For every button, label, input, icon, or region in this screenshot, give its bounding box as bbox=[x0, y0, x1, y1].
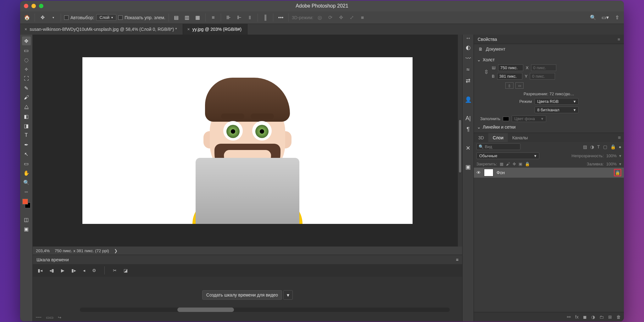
lock-pixel-icon[interactable]: ▦ bbox=[500, 162, 503, 166]
marquee-tool[interactable]: ▭ bbox=[22, 46, 31, 55]
align-right-icon[interactable]: ▦ bbox=[193, 13, 202, 22]
mute-icon[interactable]: ◂ bbox=[83, 268, 85, 273]
panel-menu-icon[interactable]: ≡ bbox=[618, 135, 621, 141]
filter-shape-icon[interactable]: ▢ bbox=[603, 144, 607, 149]
render-icon[interactable]: ↪ bbox=[58, 315, 61, 320]
fill-color-swatch[interactable] bbox=[503, 117, 509, 121]
zoom-tool[interactable]: 🔍 bbox=[22, 178, 31, 187]
search-icon[interactable]: 🔍 bbox=[589, 13, 597, 22]
move-tool[interactable]: ✥ bbox=[22, 36, 31, 45]
tab-channels[interactable]: Каналы bbox=[508, 133, 532, 142]
color-panel-icon[interactable]: ◐ bbox=[466, 44, 471, 51]
minimize-button[interactable] bbox=[31, 4, 36, 8]
eyedropper-tool[interactable]: ✎ bbox=[22, 84, 31, 92]
pen-tool[interactable]: ✒ bbox=[22, 140, 31, 149]
scissors-icon[interactable]: ✂ bbox=[113, 268, 117, 273]
portrait-button[interactable]: ▯ bbox=[505, 82, 514, 89]
show-transform-checkbox[interactable] bbox=[118, 15, 123, 20]
vertical-scrollbar[interactable] bbox=[458, 35, 462, 247]
adjustment-icon[interactable]: ◑ bbox=[591, 314, 595, 319]
color-mode-select[interactable]: Цвета RGB▾ bbox=[535, 98, 579, 105]
doc-info[interactable]: 750 пикс. x 381 пикс. (72 ppi) bbox=[55, 248, 109, 253]
frame-panel-icon[interactable]: ▣ bbox=[465, 164, 471, 170]
layer-filter-select[interactable]: 🔍 Вид bbox=[476, 143, 520, 150]
create-timeline-dropdown[interactable]: ▾ bbox=[283, 290, 293, 300]
zoom-level[interactable]: 203,4% bbox=[36, 248, 50, 253]
layer-lock-icon[interactable]: 🔒 bbox=[614, 169, 621, 176]
lasso-tool[interactable]: ◌ bbox=[22, 55, 31, 64]
stamp-tool[interactable]: ⧋ bbox=[22, 103, 31, 111]
color-swatches[interactable] bbox=[22, 199, 31, 208]
step-back-icon[interactable]: ◂▮ bbox=[49, 268, 54, 273]
filter-type-icon[interactable]: T bbox=[597, 144, 600, 149]
move-tool-icon[interactable]: ✥ bbox=[38, 13, 47, 22]
distribute-v-icon[interactable]: ⊪ bbox=[224, 13, 233, 22]
link-icon[interactable]: ⇳ bbox=[484, 69, 489, 75]
magic-wand-tool[interactable]: ✧ bbox=[22, 65, 31, 74]
screen-mode-tool[interactable]: ▣ bbox=[22, 225, 31, 233]
canvas-area[interactable] bbox=[33, 35, 462, 247]
settings-icon[interactable]: ⚙ bbox=[92, 268, 96, 273]
auto-select-target[interactable]: Слой▾ bbox=[96, 14, 117, 21]
screen-mode-icon[interactable]: ▭▾ bbox=[601, 13, 609, 22]
edit-toolbar[interactable]: ••• bbox=[22, 187, 31, 196]
home-icon[interactable]: 🏠 bbox=[23, 13, 31, 22]
chevron-down-icon[interactable]: ▾ bbox=[49, 13, 58, 22]
brush-tool[interactable]: 🖌 bbox=[22, 93, 31, 102]
loop-icon[interactable]: ▭▭ bbox=[46, 315, 53, 320]
maximize-button[interactable] bbox=[39, 4, 43, 8]
drag-handle[interactable]: ◂◂ bbox=[466, 36, 470, 40]
libraries-panel-icon[interactable]: 👤 bbox=[465, 96, 472, 103]
mask-icon[interactable]: ◼ bbox=[583, 314, 587, 319]
fill-select[interactable]: Цвет фона▾ bbox=[512, 115, 546, 122]
tab-3d[interactable]: 3D bbox=[474, 133, 488, 142]
filter-pixel-icon[interactable]: ▨ bbox=[583, 144, 587, 149]
char-panel-icon[interactable]: A| bbox=[465, 115, 471, 122]
type-tool[interactable]: T bbox=[22, 131, 31, 140]
close-button[interactable] bbox=[24, 4, 28, 8]
distribute-space-icon[interactable]: ║ bbox=[261, 13, 270, 22]
layer-name[interactable]: Фон bbox=[497, 170, 505, 175]
link-layers-icon[interactable]: ⚯ bbox=[567, 314, 571, 319]
height-input[interactable] bbox=[497, 73, 522, 80]
lock-all-icon[interactable]: 🔒 bbox=[525, 162, 530, 166]
more-options-icon[interactable]: ••• bbox=[276, 13, 285, 22]
lock-pos-icon[interactable]: ✥ bbox=[513, 162, 516, 166]
canvas-section-header[interactable]: ⌄Холст bbox=[477, 56, 621, 64]
lock-artboard-icon[interactable]: ▣ bbox=[519, 162, 522, 166]
modifier-panel-icon[interactable]: ✕ bbox=[466, 145, 470, 152]
layer-item-background[interactable]: 👁 Фон 🔒 bbox=[474, 168, 624, 178]
close-icon[interactable]: × bbox=[187, 27, 190, 32]
step-fwd-icon[interactable]: ▮▸ bbox=[71, 268, 76, 273]
quick-mask-icon[interactable]: ◫ bbox=[22, 215, 31, 224]
align-top-icon[interactable]: ≡ bbox=[209, 13, 218, 22]
foreground-color[interactable] bbox=[22, 199, 28, 204]
filter-toggle-icon[interactable]: ● bbox=[619, 144, 621, 149]
gradient-tool[interactable]: ◨ bbox=[22, 121, 31, 130]
adjust-panel-icon[interactable]: ⇄ bbox=[466, 77, 470, 84]
eraser-tool[interactable]: ◧ bbox=[22, 112, 31, 121]
distribute-icon[interactable]: ⫴ bbox=[246, 13, 254, 22]
tab-layers[interactable]: Слои bbox=[488, 133, 508, 142]
goto-first-icon[interactable]: ▮◂ bbox=[38, 268, 42, 273]
filter-adjust-icon[interactable]: ◑ bbox=[590, 144, 594, 149]
fill-value[interactable]: 100% bbox=[606, 162, 617, 166]
tab-doc-1[interactable]: ×susan-wilkinson-BfWDyQ10uMk-unsplash.jp… bbox=[20, 24, 183, 35]
lock-brush-icon[interactable]: 🖌 bbox=[506, 162, 510, 166]
visibility-icon[interactable]: 👁 bbox=[476, 170, 481, 175]
document-canvas[interactable] bbox=[82, 57, 413, 224]
shape-tool[interactable]: ▭ bbox=[22, 159, 31, 168]
paragraph-panel-icon[interactable]: ¶ bbox=[467, 126, 470, 133]
transition-icon[interactable]: ◪ bbox=[124, 268, 128, 273]
rulers-section-header[interactable]: ⌄Линейки и сетки bbox=[477, 123, 621, 131]
align-center-icon[interactable]: ▥ bbox=[183, 13, 192, 22]
width-input[interactable] bbox=[498, 64, 523, 71]
opacity-value[interactable]: 100% bbox=[606, 153, 617, 158]
crop-tool[interactable]: ⛶ bbox=[22, 74, 31, 83]
create-timeline-button[interactable]: Создать шкалу времени для видео bbox=[202, 290, 282, 300]
blend-mode-select[interactable]: Обычные▾ bbox=[476, 153, 539, 159]
new-layer-icon[interactable]: ⊞ bbox=[608, 314, 612, 319]
layer-thumbnail[interactable] bbox=[484, 169, 493, 176]
share-icon[interactable]: ⇧ bbox=[613, 13, 621, 22]
filter-smart-icon[interactable]: 🔒 bbox=[610, 144, 616, 149]
